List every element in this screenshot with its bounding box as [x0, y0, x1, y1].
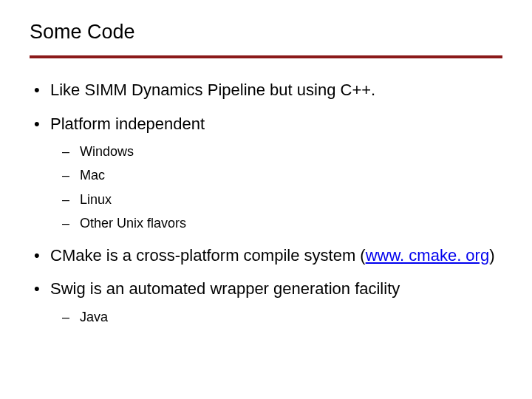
sub-bullet-text: Linux: [80, 192, 112, 207]
bullet-item: Like SIMM Dynamics Pipeline but using C+…: [30, 79, 502, 101]
bullet-text: Platform independent: [50, 115, 205, 133]
bullet-item: CMake is a cross-platform compile system…: [30, 245, 502, 267]
sub-bullet-text: Mac: [80, 168, 105, 183]
sub-bullet-list: Windows Mac Linux Other Unix flavors: [50, 142, 502, 232]
sub-bullet-item: Mac: [50, 166, 502, 185]
bullet-text-post: ): [489, 246, 494, 265]
title-divider: [30, 55, 502, 58]
sub-bullet-item: Other Unix flavors: [50, 214, 502, 233]
slide: Some Code Like SIMM Dynamics Pipeline bu…: [0, 0, 532, 399]
sub-bullet-text: Other Unix flavors: [80, 216, 186, 231]
sub-bullet-item: Java: [50, 307, 502, 327]
bullet-text: Like SIMM Dynamics Pipeline but using C+…: [50, 81, 375, 99]
cmake-link[interactable]: www. cmake. org: [366, 246, 490, 265]
bullet-list: Like SIMM Dynamics Pipeline but using C+…: [30, 79, 502, 327]
bullet-text: Swig is an automated wrapper generation …: [50, 279, 400, 298]
sub-bullet-item: Windows: [50, 142, 502, 161]
bullet-text-pre: CMake is a cross-platform compile system…: [50, 246, 366, 265]
bullet-item: Swig is an automated wrapper generation …: [30, 278, 502, 327]
bullet-item: Platform independent Windows Mac Linux O…: [30, 113, 502, 233]
sub-bullet-list: Java: [50, 307, 502, 327]
sub-bullet-text: Windows: [80, 144, 134, 159]
sub-bullet-text: Java: [80, 310, 108, 324]
sub-bullet-item: Linux: [50, 190, 502, 209]
slide-title: Some Code: [30, 21, 502, 44]
